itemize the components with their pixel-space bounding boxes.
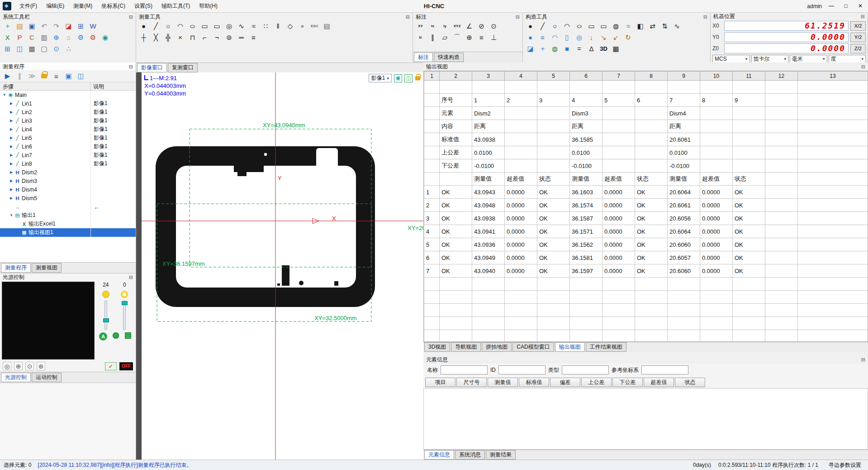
result-column-button-8[interactable]: 超差值 bbox=[644, 378, 674, 387]
output-cell[interactable] bbox=[765, 330, 798, 342]
output-cell[interactable]: 5 bbox=[424, 238, 440, 251]
output-cell[interactable] bbox=[798, 264, 868, 278]
output-cell[interactable]: 3 bbox=[424, 212, 440, 225]
output-cell[interactable] bbox=[798, 238, 868, 251]
dim-perp-icon[interactable]: ⊥ bbox=[488, 32, 500, 43]
tree-expander-icon[interactable]: ▶ bbox=[9, 119, 14, 123]
output-cell[interactable]: 0.0000 bbox=[602, 238, 635, 251]
tree-expander-icon[interactable]: ▶ bbox=[9, 196, 14, 200]
output-cell[interactable] bbox=[537, 330, 570, 342]
output-cell[interactable] bbox=[537, 278, 570, 291]
output-cell[interactable] bbox=[733, 159, 765, 173]
output-cell[interactable] bbox=[424, 304, 440, 317]
output-cell[interactable]: 超差值 bbox=[602, 173, 635, 186]
add-icon[interactable]: ＋ bbox=[1, 20, 14, 32]
output-cell[interactable] bbox=[668, 278, 700, 291]
output-cell[interactable]: OK bbox=[440, 238, 472, 251]
output-cell[interactable] bbox=[733, 304, 765, 317]
output-cell[interactable]: OK bbox=[733, 264, 765, 278]
output-cell[interactable] bbox=[602, 330, 635, 342]
mesh-icon[interactable]: ▦ bbox=[610, 43, 622, 54]
output-cell[interactable]: Dism2 bbox=[472, 107, 505, 120]
dome-icon[interactable]: ◠ bbox=[549, 32, 561, 43]
output-cell[interactable] bbox=[424, 81, 440, 94]
output-cell[interactable]: 0.0000 bbox=[700, 251, 733, 264]
mosaic-icon[interactable]: ▩ bbox=[26, 43, 38, 54]
dim-parallel-icon[interactable]: ∥ bbox=[427, 32, 439, 43]
tree-expander-icon[interactable]: ▼ bbox=[9, 213, 14, 217]
output-cell[interactable]: 测量值 bbox=[570, 173, 602, 186]
align-h-icon[interactable]: = bbox=[573, 43, 585, 54]
output-cell[interactable] bbox=[424, 107, 440, 120]
output-cell[interactable]: 状态 bbox=[537, 173, 570, 186]
output-cell[interactable]: 内容 bbox=[440, 120, 472, 133]
tree-item-Lin2[interactable]: ▶╱Lin2影像1 bbox=[0, 108, 136, 116]
output-cell[interactable]: 7 bbox=[668, 94, 700, 107]
output-cell[interactable]: 1 bbox=[424, 186, 440, 199]
output-cell[interactable]: OK bbox=[537, 264, 570, 278]
output-cell[interactable] bbox=[635, 291, 668, 304]
output-cell[interactable] bbox=[440, 317, 472, 330]
output-cell[interactable]: OK bbox=[733, 225, 765, 238]
output-cell[interactable]: OK bbox=[440, 264, 472, 278]
output-cell[interactable] bbox=[424, 120, 440, 133]
output-cell[interactable] bbox=[700, 146, 733, 159]
cross-icon[interactable]: ┼ bbox=[138, 32, 150, 43]
doc-export-icon[interactable]: ⊞ bbox=[75, 20, 87, 32]
output-cell[interactable] bbox=[505, 159, 537, 173]
output-cell[interactable] bbox=[570, 278, 602, 291]
tree-item-Dism3[interactable]: ▶HDism3 bbox=[0, 177, 136, 185]
output-cell[interactable] bbox=[635, 81, 668, 94]
output-col-header-4[interactable]: 4 bbox=[505, 72, 537, 81]
pin-a-icon[interactable]: ↓ bbox=[585, 32, 598, 43]
frame-a-icon[interactable]: ⌐ bbox=[199, 32, 211, 43]
info-tab-3[interactable]: 测量结果 bbox=[486, 450, 516, 460]
csv-icon[interactable]: C bbox=[26, 32, 38, 43]
output-cell[interactable]: 下公差 bbox=[440, 159, 472, 173]
output-cell[interactable] bbox=[424, 94, 440, 107]
menu-item-5[interactable]: 设置(S) bbox=[130, 1, 157, 11]
tree-item-Lin4[interactable]: ▶╱Lin4影像1 bbox=[0, 125, 136, 134]
tree-expander-icon[interactable]: ▶ bbox=[9, 162, 14, 166]
field-input-2[interactable] bbox=[498, 365, 545, 374]
output-cell[interactable]: 0.0000 bbox=[602, 225, 635, 238]
output-cell[interactable] bbox=[424, 317, 440, 330]
output-cell[interactable]: 6 bbox=[424, 251, 440, 264]
output-cell[interactable] bbox=[424, 278, 440, 291]
cross-grid-icon[interactable]: ╬ bbox=[162, 32, 174, 43]
output-cell[interactable]: 9 bbox=[733, 94, 765, 107]
output-cell[interactable] bbox=[798, 330, 868, 342]
output-cell[interactable] bbox=[733, 120, 765, 133]
output-cell[interactable] bbox=[635, 107, 668, 120]
output-cell[interactable]: 0.0000 bbox=[505, 186, 537, 199]
cube-icon[interactable]: ■ bbox=[561, 43, 573, 54]
output-cell[interactable]: 43.0943 bbox=[472, 186, 505, 199]
line-icon[interactable]: ╱ bbox=[150, 20, 162, 32]
spline-icon[interactable]: ≈ bbox=[247, 20, 260, 32]
pause-icon[interactable]: ∥ bbox=[14, 71, 26, 82]
cross-diagonal-icon[interactable]: × bbox=[174, 32, 186, 43]
output-cell[interactable] bbox=[537, 133, 570, 146]
light-tab-2[interactable]: 运动控制 bbox=[32, 373, 62, 382]
output-cell[interactable]: 序号 bbox=[440, 94, 472, 107]
camera-select[interactable]: 影像1 bbox=[369, 74, 392, 82]
tree-expander-icon[interactable]: ▶ bbox=[9, 179, 14, 183]
output-cell[interactable]: OK bbox=[537, 225, 570, 238]
output-cell[interactable]: OK bbox=[440, 186, 472, 199]
excel-icon[interactable]: X bbox=[1, 32, 14, 43]
output-cell[interactable]: 0.0000 bbox=[700, 264, 733, 278]
dim-runout-icon[interactable]: ⊘ bbox=[475, 20, 488, 32]
output-cell[interactable]: 20.6060 bbox=[668, 238, 700, 251]
snapshot-icon[interactable]: ◫ bbox=[404, 74, 413, 82]
output-cell[interactable]: 0.0000 bbox=[700, 186, 733, 199]
float-panel-icon[interactable] bbox=[129, 63, 133, 70]
output-cell[interactable]: 20.6057 bbox=[668, 251, 700, 264]
output-cell[interactable] bbox=[472, 81, 505, 94]
machine-select-2[interactable]: 笛卡尔 bbox=[751, 55, 789, 63]
tree-item-Lin3[interactable]: ▶╱Lin3影像1 bbox=[0, 116, 136, 125]
output-cell[interactable]: 6 bbox=[635, 94, 668, 107]
output-cell[interactable]: OK bbox=[635, 264, 668, 278]
output-cell[interactable]: 状态 bbox=[733, 173, 765, 186]
output-cell[interactable] bbox=[798, 94, 868, 107]
select-region-icon[interactable]: ▢ bbox=[38, 43, 50, 54]
